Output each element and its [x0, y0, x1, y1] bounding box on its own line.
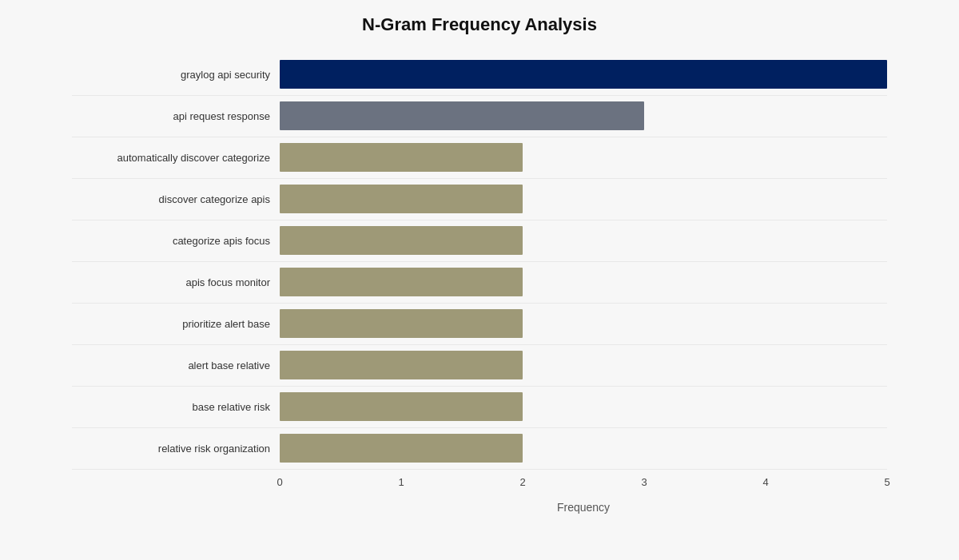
x-tick: 5	[884, 476, 889, 488]
bar-row: relative risk organization	[72, 428, 887, 470]
bar-track	[280, 351, 887, 379]
bar-label: discover categorize apis	[72, 193, 280, 205]
bar-track	[280, 268, 887, 296]
bar-fill	[280, 143, 523, 172]
bar-label: api request response	[72, 110, 280, 122]
bar-track	[280, 309, 887, 338]
bar-fill	[280, 185, 523, 213]
bar-row: categorize apis focus	[72, 220, 887, 262]
bar-row: prioritize alert base	[72, 304, 887, 345]
bar-track	[280, 185, 887, 213]
bar-label: apis focus monitor	[72, 276, 280, 288]
bar-row: base relative risk	[72, 387, 887, 428]
bar-row: graylog api security	[72, 54, 887, 96]
bar-fill	[280, 309, 523, 338]
bar-track	[280, 226, 887, 255]
bar-row: automatically discover categorize	[72, 137, 887, 179]
x-tick: 3	[641, 476, 647, 488]
bar-row: alert base relative	[72, 345, 887, 387]
x-axis-spacer	[72, 476, 280, 500]
bar-fill	[280, 434, 523, 463]
x-axis-label: Frequency	[557, 501, 610, 514]
x-tick: 1	[398, 476, 404, 488]
bar-label: categorize apis focus	[72, 235, 280, 247]
bar-track	[280, 434, 887, 463]
bar-label: alert base relative	[72, 359, 280, 371]
bar-track	[280, 101, 887, 130]
bar-row: api request response	[72, 96, 887, 137]
bar-track	[280, 143, 887, 172]
bar-fill	[280, 101, 644, 130]
bar-fill	[280, 392, 523, 421]
bar-fill	[280, 351, 523, 379]
bar-track	[280, 60, 887, 89]
bar-label: base relative risk	[72, 401, 280, 413]
x-tick: 0	[277, 476, 282, 488]
bar-fill	[280, 226, 523, 255]
chart-container: N-Gram Frequency Analysis graylog api se…	[40, 0, 919, 560]
bar-track	[280, 392, 887, 421]
x-axis-container: 012345	[72, 476, 887, 500]
chart-area: graylog api securityapi request response…	[72, 54, 887, 470]
bar-label: relative risk organization	[72, 443, 280, 455]
bar-row: apis focus monitor	[72, 262, 887, 304]
bar-fill	[280, 60, 887, 89]
x-tick: 2	[519, 476, 525, 488]
x-axis: 012345	[280, 476, 887, 500]
bar-row: discover categorize apis	[72, 179, 887, 220]
x-tick: 4	[762, 476, 768, 488]
bar-label: prioritize alert base	[72, 318, 280, 330]
bar-label: automatically discover categorize	[72, 152, 280, 164]
chart-title: N-Gram Frequency Analysis	[72, 14, 887, 35]
bar-fill	[280, 268, 523, 296]
bar-label: graylog api security	[72, 69, 280, 81]
